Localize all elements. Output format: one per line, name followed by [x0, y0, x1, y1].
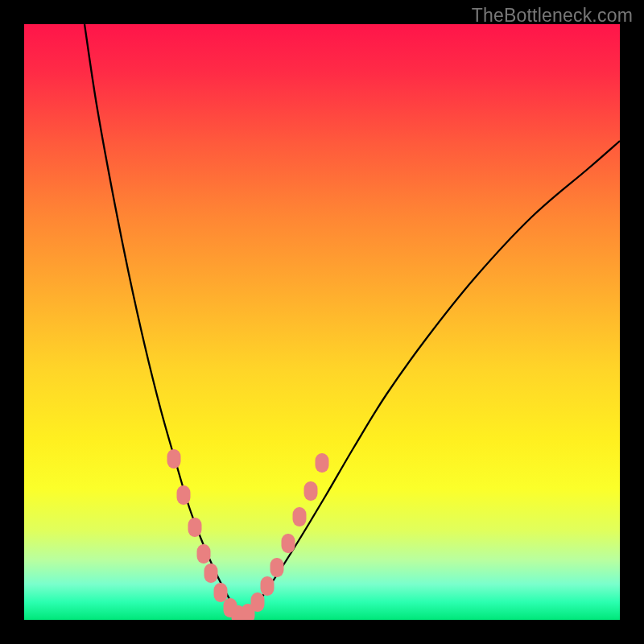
marker-point	[204, 564, 218, 583]
highlighted-points	[167, 449, 329, 620]
marker-point	[197, 544, 211, 564]
marker-point	[282, 534, 295, 553]
marker-point	[214, 583, 228, 602]
marker-point	[304, 481, 318, 501]
marker-point	[251, 592, 265, 612]
marker-point	[316, 453, 329, 473]
marker-point	[177, 485, 191, 505]
marker-point	[188, 518, 202, 537]
marker-point	[293, 507, 307, 526]
curves-svg	[24, 24, 620, 620]
left-curve	[85, 24, 242, 616]
plot-area	[24, 24, 620, 620]
watermark-text: TheBottleneck.com	[472, 5, 633, 27]
right-curve	[242, 141, 620, 616]
chart-frame: TheBottleneck.com	[0, 0, 644, 644]
marker-point	[261, 576, 275, 596]
marker-point	[270, 558, 284, 577]
marker-point	[167, 449, 181, 469]
